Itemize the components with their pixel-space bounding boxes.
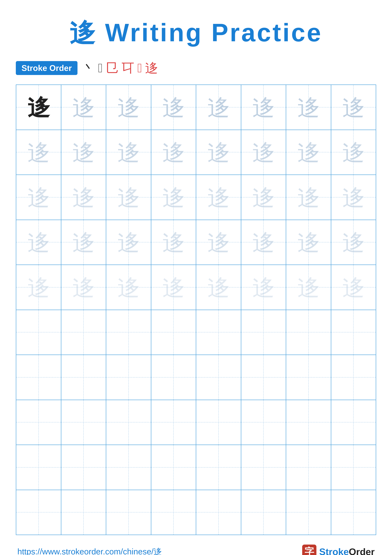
grid-cell[interactable]: 迻 — [61, 175, 107, 220]
grid-cell[interactable] — [286, 400, 331, 445]
grid-cell[interactable] — [106, 400, 151, 445]
grid-cell[interactable]: 迻 — [196, 175, 241, 220]
char-display: 迻 — [342, 231, 364, 253]
grid-cell[interactable] — [331, 445, 376, 490]
grid-cell[interactable]: 迻 — [16, 130, 61, 175]
grid-cell[interactable]: 迻 — [106, 265, 151, 310]
grid-cell[interactable]: 迻 — [286, 85, 331, 130]
grid-cell[interactable]: 迻 — [16, 220, 61, 265]
grid-row: 迻 迻 迻 迻 迻 迻 迻 迻 — [16, 85, 376, 130]
grid-cell[interactable] — [151, 490, 196, 535]
grid-cell[interactable]: 迻 — [16, 175, 61, 220]
grid-cell[interactable]: 迻 — [241, 220, 286, 265]
stroke-3: 㔾 — [106, 59, 118, 77]
char-display: 迻 — [207, 276, 230, 298]
grid-cell[interactable] — [331, 355, 376, 400]
grid-cell[interactable]: 迻 — [106, 220, 151, 265]
grid-cell[interactable]: 迻 — [151, 220, 196, 265]
grid-cell[interactable]: 迻 — [16, 265, 61, 310]
grid-cell[interactable] — [286, 490, 331, 535]
char-display: 迻 — [28, 141, 50, 163]
grid-cell[interactable]: 迻 — [331, 175, 376, 220]
grid-cell[interactable] — [16, 355, 61, 400]
grid-cell[interactable] — [331, 490, 376, 535]
grid-cell[interactable] — [151, 445, 196, 490]
char-display: 迻 — [297, 141, 320, 163]
char-display: 迻 — [117, 141, 140, 163]
stroke-chars: 丶 𠃌 㔾 㔿 𨒫 迻 — [82, 59, 158, 77]
footer-brand: 字 StrokeOrder — [302, 545, 375, 555]
grid-cell[interactable]: 迻 — [151, 265, 196, 310]
grid-cell[interactable] — [106, 310, 151, 355]
grid-cell[interactable] — [106, 490, 151, 535]
char-display: 迻 — [342, 186, 364, 208]
grid-cell[interactable] — [61, 490, 107, 535]
char-display: 迻 — [162, 186, 185, 208]
grid-cell[interactable] — [61, 310, 107, 355]
grid-cell[interactable]: 迻 — [241, 265, 286, 310]
char-display: 迻 — [252, 96, 275, 118]
grid-cell[interactable]: 迻 — [151, 175, 196, 220]
grid-cell[interactable]: 迻 — [241, 175, 286, 220]
grid-cell[interactable]: 迻 — [61, 130, 107, 175]
grid-cell[interactable]: 迻 — [286, 265, 331, 310]
grid-cell[interactable]: 迻 — [61, 220, 107, 265]
grid-cell[interactable]: 迻 — [151, 85, 196, 130]
grid-cell[interactable] — [241, 490, 286, 535]
grid-cell[interactable]: 迻 — [61, 265, 107, 310]
grid-cell[interactable] — [16, 445, 61, 490]
grid-cell[interactable]: 迻 — [331, 130, 376, 175]
grid-cell[interactable]: 迻 — [106, 175, 151, 220]
grid-cell[interactable]: 迻 — [106, 130, 151, 175]
grid-cell[interactable]: 迻 — [331, 220, 376, 265]
grid-cell[interactable] — [16, 310, 61, 355]
grid-cell[interactable]: 迻 — [241, 130, 286, 175]
grid-cell[interactable]: 迻 — [196, 220, 241, 265]
grid-cell[interactable] — [286, 445, 331, 490]
grid-cell[interactable] — [241, 310, 286, 355]
grid-cell[interactable] — [286, 355, 331, 400]
grid-cell[interactable] — [241, 355, 286, 400]
char-display: 迻 — [342, 96, 364, 118]
grid-cell[interactable] — [16, 490, 61, 535]
grid-cell[interactable] — [331, 400, 376, 445]
grid-cell[interactable]: 迻 — [286, 175, 331, 220]
grid-cell[interactable] — [151, 310, 196, 355]
grid-cell[interactable] — [196, 400, 241, 445]
grid-cell[interactable]: 迻 — [106, 85, 151, 130]
grid-cell[interactable]: 迻 — [196, 130, 241, 175]
grid-cell[interactable] — [196, 355, 241, 400]
grid-cell[interactable]: 迻 — [196, 85, 241, 130]
grid-cell[interactable] — [241, 445, 286, 490]
grid-cell[interactable] — [331, 310, 376, 355]
char-display: 迻 — [162, 231, 185, 253]
grid-cell[interactable] — [241, 400, 286, 445]
grid-cell[interactable]: 迻 — [331, 265, 376, 310]
char-display: 迻 — [72, 141, 95, 163]
stroke-order-badge: Stroke Order — [16, 61, 78, 75]
grid-cell[interactable]: 迻 — [286, 220, 331, 265]
grid-cell[interactable] — [61, 400, 107, 445]
grid-cell[interactable]: 迻 — [16, 85, 61, 130]
grid-cell[interactable] — [61, 445, 107, 490]
grid-cell[interactable] — [151, 355, 196, 400]
footer-url[interactable]: https://www.strokeorder.com/chinese/迻 — [17, 546, 162, 555]
grid-cell[interactable]: 迻 — [331, 85, 376, 130]
grid-cell[interactable] — [196, 310, 241, 355]
char-display: 迻 — [297, 186, 320, 208]
grid-cell[interactable] — [16, 400, 61, 445]
grid-cell[interactable]: 迻 — [196, 265, 241, 310]
grid-cell[interactable]: 迻 — [151, 130, 196, 175]
grid-cell[interactable] — [106, 355, 151, 400]
practice-grid: 迻 迻 迻 迻 迻 迻 迻 迻 迻 迻 迻 迻 迻 迻 迻 迻 迻 迻 迻 迻 … — [16, 85, 376, 535]
grid-cell[interactable]: 迻 — [61, 85, 107, 130]
grid-cell[interactable] — [286, 310, 331, 355]
grid-cell[interactable] — [61, 355, 107, 400]
grid-cell[interactable] — [196, 445, 241, 490]
grid-cell[interactable]: 迻 — [241, 85, 286, 130]
grid-cell[interactable] — [151, 400, 196, 445]
grid-cell[interactable]: 迻 — [286, 130, 331, 175]
grid-cell[interactable] — [196, 490, 241, 535]
grid-cell[interactable] — [106, 445, 151, 490]
char-display: 迻 — [28, 186, 50, 208]
